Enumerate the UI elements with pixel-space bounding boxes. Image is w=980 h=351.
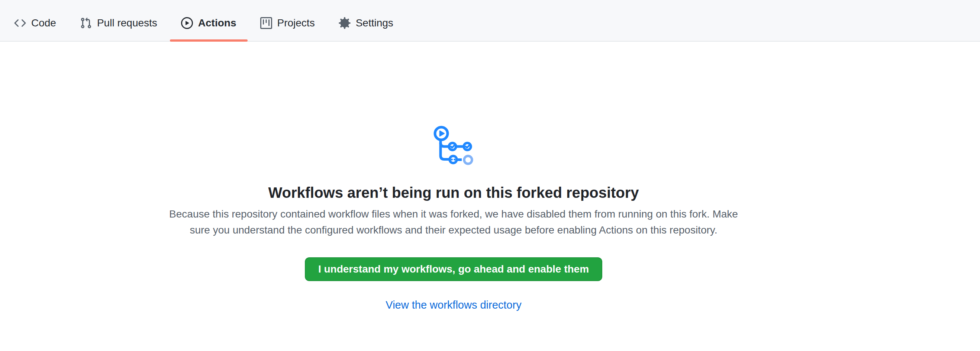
tab-label-projects: Projects <box>277 18 315 28</box>
repo-tab-nav: Code Pull requests Actions Projects Sett… <box>0 0 980 42</box>
view-workflows-directory-link[interactable]: View the workflows directory <box>385 298 521 311</box>
actions-disabled-blankslate: Workflows aren’t being run on this forke… <box>0 42 907 311</box>
project-icon <box>260 17 272 29</box>
gear-icon <box>339 17 351 29</box>
tab-code[interactable]: Code <box>2 0 68 41</box>
active-tab-underline <box>170 40 248 42</box>
tab-settings[interactable]: Settings <box>327 0 405 41</box>
description-line-1: Because this repository contained workfl… <box>169 206 738 222</box>
enable-workflows-button[interactable]: I understand my workflows, go ahead and … <box>305 257 602 281</box>
tab-label-code: Code <box>31 18 56 28</box>
tab-label-actions: Actions <box>198 18 237 28</box>
blankslate-description: Because this repository contained workfl… <box>169 206 738 238</box>
tab-label-pull-requests: Pull requests <box>97 18 157 28</box>
workflow-graph-icon <box>433 125 475 167</box>
code-icon <box>14 17 26 29</box>
tab-pull-requests[interactable]: Pull requests <box>68 0 169 41</box>
tab-label-settings: Settings <box>356 18 393 28</box>
play-icon <box>181 17 193 29</box>
description-line-2: sure you understand the configured workf… <box>169 222 738 238</box>
blankslate-title: Workflows aren’t being run on this forke… <box>268 184 639 202</box>
tab-projects[interactable]: Projects <box>248 0 327 41</box>
tab-actions[interactable]: Actions <box>169 0 248 41</box>
git-pull-request-icon <box>80 17 92 29</box>
